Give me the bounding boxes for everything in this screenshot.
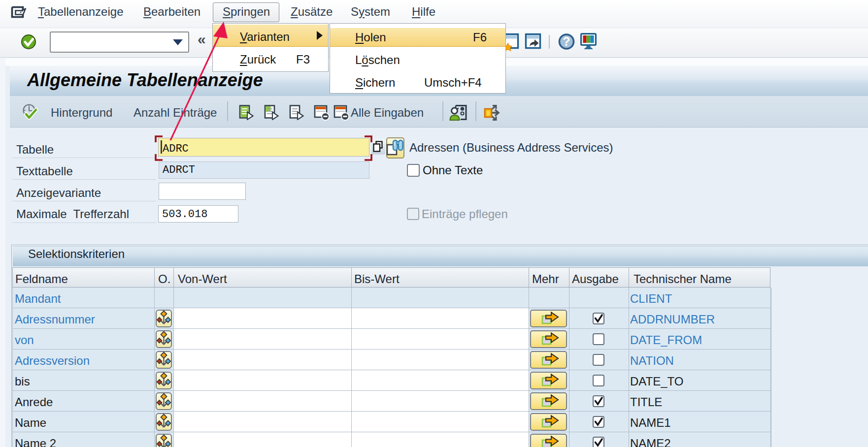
svg-text:?: ? (563, 34, 570, 48)
